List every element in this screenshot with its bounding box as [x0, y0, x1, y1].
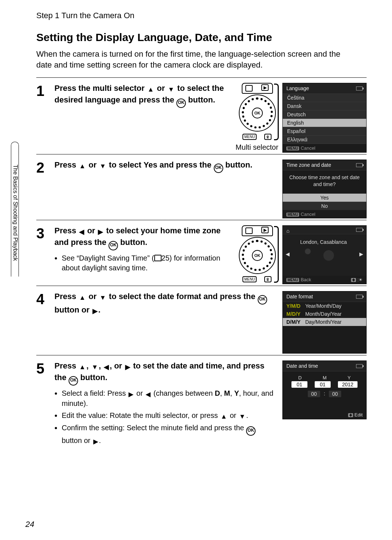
battery-icon	[356, 228, 363, 232]
menu-chip-icon: MENU	[286, 213, 299, 217]
step4-text: Press ▲ or ▼ to select the date format a…	[54, 291, 277, 316]
field-minute: 00	[329, 391, 341, 397]
divider	[36, 355, 367, 355]
menu-button-icon: MENU	[242, 276, 257, 282]
lcd-language: Language ČeštinaDanskDeutschEnglishEspañ…	[282, 83, 367, 153]
divider	[36, 77, 367, 78]
lcd-date-and-time: Date and time D M Y 01 01 2012 00 : 00 ✚…	[282, 360, 367, 419]
t: Press	[54, 160, 78, 169]
field-year: 2012	[338, 381, 358, 388]
step3-text: Press ◀ or ▶ to select your home time zo…	[54, 225, 229, 250]
t: , or	[110, 361, 124, 370]
language-item: Čeština	[283, 94, 366, 102]
bold-D: D	[215, 389, 220, 397]
t: .	[246, 411, 248, 419]
field-month: 01	[315, 381, 331, 388]
language-list: ČeštinaDanskDeutschEnglishEspañolΕλληνικ…	[283, 94, 366, 144]
down-icon: ▼	[238, 412, 246, 421]
t: ,	[86, 361, 91, 370]
t: or	[155, 84, 167, 93]
selector-dial-icon	[239, 237, 276, 274]
camera-top-icon	[242, 83, 273, 94]
multiselector-diagram-container: MENU🗑 Multi selector	[235, 83, 279, 152]
battery-icon	[356, 86, 363, 90]
field-hour: 00	[308, 391, 320, 397]
label-Y: Y	[347, 375, 351, 380]
bullet: See “Daylight Saving Time” (25) for info…	[62, 253, 229, 273]
multiselector-diagram: MENU🗑	[235, 225, 279, 283]
t: ,	[99, 361, 103, 370]
t: or	[86, 160, 99, 169]
t: or	[228, 411, 238, 419]
lcd-timezone-map: ⌂ London, Casablanca ◀ ▶ MENUBack ✚:☀	[282, 225, 367, 284]
menu-button-icon: MENU	[242, 134, 257, 140]
side-tab: The Basics of Shooting and Playback	[11, 142, 19, 277]
colon: :	[324, 391, 325, 397]
language-item: Deutsch	[283, 110, 366, 119]
timezone-name: London, Casablanca	[300, 239, 347, 245]
step-3: 3 Press ◀ or ▶ to select your home time …	[36, 225, 367, 284]
t: See “Daylight Saving Time” (	[62, 254, 154, 262]
step5-bullets: Select a field: Press ▶ or ◀ (changes be…	[54, 388, 277, 446]
ok-icon: OK	[214, 164, 223, 173]
step2-text: Press ▲ or ▼ to select Yes and press the…	[54, 160, 277, 173]
format-code: M/D/Y	[286, 311, 302, 317]
up-icon: ▲	[78, 363, 86, 372]
t: (changes between	[151, 389, 215, 397]
format-item: Y/M/DYear/Month/Day	[283, 302, 366, 310]
t: or	[85, 226, 97, 235]
left-icon: ◀	[78, 227, 85, 237]
t: Press the multi selector	[54, 84, 147, 93]
t: Edit the value: Rotate the multi selecto…	[62, 411, 220, 419]
step-number: 4	[36, 291, 49, 306]
divider	[36, 286, 367, 286]
up-icon: ▲	[78, 162, 86, 171]
t: to select	[107, 160, 143, 169]
format-code: Y/M/D	[286, 303, 302, 309]
bold-Y: Y	[234, 389, 239, 397]
language-item: Español	[283, 127, 366, 136]
pageref-icon	[154, 255, 162, 261]
up-icon: ▲	[147, 85, 155, 94]
bold-M: M	[224, 389, 230, 397]
option-yes: Yes	[283, 193, 366, 202]
t: button or	[54, 305, 92, 314]
left-icon: ◀	[103, 363, 110, 372]
lcd-cancel: Cancel	[301, 211, 315, 217]
format-label: Day/Month/Year	[305, 319, 342, 325]
divider	[36, 154, 367, 154]
lcd-cancel: Cancel	[301, 145, 315, 151]
format-code: D/M/Y	[286, 319, 302, 325]
battery-icon	[356, 364, 363, 368]
option-no: No	[283, 202, 366, 210]
t: .	[98, 305, 101, 314]
divider	[36, 220, 367, 220]
step-number: 2	[36, 160, 49, 175]
language-item: Ελληνικά	[283, 136, 366, 144]
t: or	[134, 389, 145, 397]
ok-icon: OK	[246, 426, 256, 436]
t: and press the	[157, 160, 213, 169]
trash-button-icon: 🗑	[264, 276, 271, 282]
ok-icon: OK	[176, 98, 186, 108]
battery-icon	[356, 295, 363, 299]
t: button.	[118, 238, 147, 247]
diagram-caption: Multi selector	[235, 143, 279, 152]
lcd-title: Time zone and date	[286, 162, 331, 168]
step-2: 2 Press ▲ or ▼ to select Yes and press t…	[36, 160, 367, 218]
lcd-title: Date format	[286, 294, 313, 299]
lcd-question: Choose time zone and set date and time?	[283, 170, 366, 193]
t: button or	[62, 436, 93, 444]
right-icon: ▶	[128, 390, 134, 399]
step-5: 5 Press ▲, ▼, ◀, or ▶ to set the date an…	[36, 360, 367, 448]
language-item: English	[283, 119, 366, 127]
t: to select the date format and press the	[107, 292, 258, 301]
right-icon: ▶	[93, 437, 99, 446]
t: .	[99, 436, 101, 444]
lcd-title: Language	[286, 85, 309, 91]
intro-paragraph: When the camera is turned on for the fir…	[36, 49, 356, 70]
down-icon: ▼	[167, 85, 175, 94]
step-number: 1	[36, 83, 49, 98]
step-number: 3	[36, 225, 49, 241]
home-icon: ⌂	[286, 228, 289, 234]
